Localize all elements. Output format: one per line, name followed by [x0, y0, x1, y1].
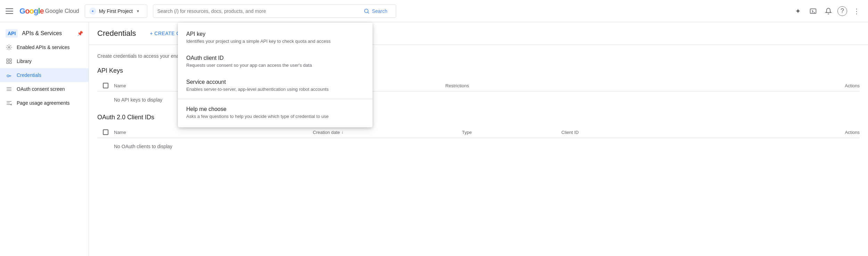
notifications-icon[interactable] [822, 5, 835, 17]
svg-line-1 [368, 12, 369, 13]
oauth-no-data: No OAuth clients to display [97, 138, 860, 149]
dropdown-item-oauth-client[interactable]: OAuth client ID Requests user consent so… [178, 49, 372, 73]
svg-point-0 [365, 9, 368, 13]
main-layout: API APIs & Services 📌 Enabled APIs & ser… [0, 22, 868, 256]
more-options-icon[interactable]: ⋮ [850, 5, 862, 17]
pin-icon[interactable]: 📌 [77, 31, 83, 36]
search-bar: Search [153, 5, 396, 18]
oauth-client-id-header: Client ID [562, 130, 760, 135]
sort-arrow-icon: ↓ [341, 130, 343, 135]
svg-rect-6 [10, 59, 11, 61]
api-keys-check-header [97, 83, 114, 88]
sidebar-item-library-label: Library [17, 58, 32, 64]
svg-point-9 [7, 75, 9, 77]
dropdown-item-service-account[interactable]: Service account Enables server-to-server… [178, 73, 372, 97]
sidebar-item-oauth-consent[interactable]: OAuth consent screen [0, 82, 89, 96]
google-cloud-logo[interactable]: Google Google Cloud [19, 7, 79, 16]
help-choose-option-title: Help me choose [186, 106, 364, 112]
sidebar-header-text: APIs & Services [22, 30, 62, 37]
cloud-label: Google Cloud [45, 8, 79, 14]
sidebar-item-enabled-apis[interactable]: Enabled APIs & services [0, 40, 89, 54]
api-key-option-title: API key [186, 31, 364, 37]
project-avatar: ● [89, 8, 96, 15]
oauth-type-header: Type [462, 130, 561, 135]
api-badge: API [6, 29, 18, 38]
oauth-client-option-title: OAuth client ID [186, 55, 364, 61]
service-account-option-title: Service account [186, 79, 364, 85]
oauth-table-header: Name Creation date ↓ Type Client ID Acti… [97, 127, 860, 138]
api-keys-actions-header: Actions [694, 83, 860, 88]
sidebar-item-page-usage-label: Page usage agreements [17, 100, 70, 106]
svg-point-4 [8, 47, 10, 48]
dropdown-item-api-key[interactable]: API key Identifies your project using a … [178, 25, 372, 49]
help-choose-option-desc: Asks a few questions to help you decide … [186, 114, 364, 119]
dropdown-divider [178, 99, 372, 99]
page-title: Credentials [97, 29, 136, 38]
svg-rect-7 [10, 62, 11, 64]
oauth-name-header: Name [114, 130, 313, 135]
oauth-consent-icon [6, 86, 13, 93]
sidebar-item-library[interactable]: Library [0, 54, 89, 68]
project-selector[interactable]: ● My First Project ▾ [85, 5, 147, 18]
sidebar-item-enabled-apis-label: Enabled APIs & services [17, 45, 70, 50]
google-g-letters: Google [19, 7, 44, 16]
svg-rect-5 [7, 59, 8, 61]
oauth-select-all-checkbox[interactable] [103, 129, 108, 135]
cloud-shell-icon[interactable] [807, 5, 819, 17]
oauth-actions-header: Actions [760, 130, 860, 135]
search-input[interactable] [157, 8, 357, 14]
sidebar-item-credentials[interactable]: Credentials [0, 68, 89, 82]
sidebar-item-oauth-label: OAuth consent screen [17, 86, 65, 92]
api-key-option-desc: Identifies your project using a simple A… [186, 39, 364, 44]
dropdown-item-help-choose[interactable]: Help me choose Asks a few questions to h… [178, 101, 372, 125]
page-usage-icon [6, 99, 13, 106]
project-name: My First Project [99, 8, 133, 14]
create-credentials-dropdown: API key Identifies your project using a … [178, 23, 372, 127]
search-icon [363, 8, 370, 14]
topbar: Google Google Cloud ● My First Project ▾… [0, 0, 868, 22]
api-keys-restrictions-header: Restrictions [445, 83, 694, 88]
oauth-client-option-desc: Requests user consent so your app can ac… [186, 63, 364, 68]
oauth-creation-label: Creation date [313, 130, 340, 135]
sidebar-header: API APIs & Services 📌 [0, 25, 89, 40]
hamburger-menu-icon[interactable] [6, 7, 14, 15]
oauth-check-header [97, 129, 114, 135]
sidebar-item-credentials-label: Credentials [17, 72, 41, 78]
search-button[interactable]: Search [359, 6, 391, 16]
gemini-icon[interactable]: ✦ [792, 5, 804, 17]
oauth-creation-header[interactable]: Creation date ↓ [313, 130, 462, 135]
chevron-down-icon: ▾ [137, 9, 139, 14]
sidebar-item-page-usage[interactable]: Page usage agreements [0, 96, 89, 110]
enabled-apis-icon [6, 44, 13, 51]
search-button-label: Search [372, 8, 387, 14]
svg-point-16 [11, 104, 12, 105]
help-icon[interactable]: ? [837, 6, 847, 16]
svg-rect-8 [7, 62, 8, 64]
sidebar: API APIs & Services 📌 Enabled APIs & ser… [0, 22, 89, 256]
service-account-option-desc: Enables server-to-server, app-level auth… [186, 87, 364, 92]
credentials-icon [6, 72, 13, 79]
topbar-icons: ✦ ? ⋮ [792, 5, 862, 17]
library-icon [6, 58, 13, 65]
api-keys-select-all-checkbox[interactable] [103, 83, 108, 88]
